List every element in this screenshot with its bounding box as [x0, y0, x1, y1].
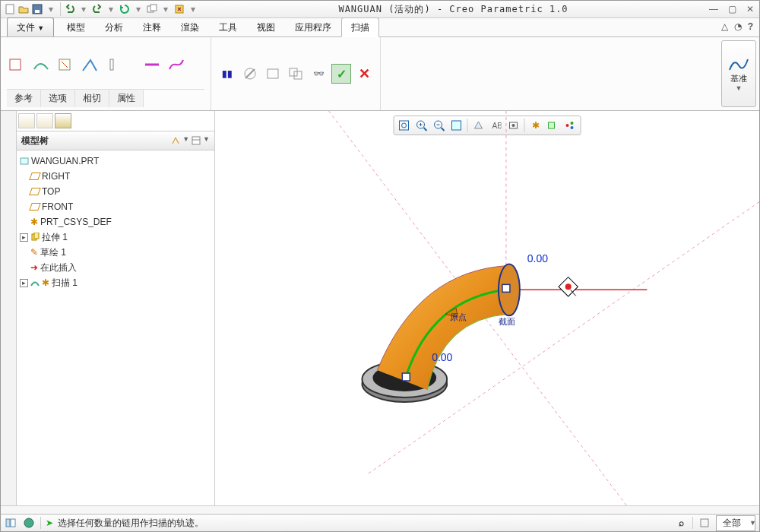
tree-sketch[interactable]: ✎草绘 1 [20, 245, 211, 260]
tree-root[interactable]: WANGUAN.PRT [20, 154, 211, 169]
tree-tab-favorites[interactable] [55, 113, 71, 128]
sub-tab-properties[interactable]: 属性 [109, 90, 144, 107]
save-icon[interactable] [31, 3, 43, 15]
tree-show-icon[interactable] [191, 135, 201, 146]
redo-icon[interactable] [91, 3, 103, 15]
solid-sweep-icon[interactable] [7, 55, 27, 74]
chevron-down-icon[interactable]: ▾ [105, 3, 117, 15]
model-tree-panel: 模型树 ▼ ▼ WANGUAN.PRT RIGHT TOP FRONT ✱PRT… [17, 111, 215, 505]
tree-datum-right[interactable]: RIGHT [20, 169, 211, 184]
viewport[interactable]: AB ✱ [215, 111, 759, 505]
canvas[interactable]: 0.00 0.00 原点 截面 [215, 111, 759, 505]
tree-extrude[interactable]: ▸拉伸 1 [20, 230, 211, 245]
browser-toggle-icon[interactable] [22, 516, 36, 530]
svg-rect-6 [10, 59, 21, 70]
svg-rect-17 [21, 158, 28, 164]
tab-sweep[interactable]: 扫描 [341, 17, 379, 37]
tab-render[interactable]: 渲染 [171, 17, 209, 36]
svg-rect-45 [502, 284, 510, 292]
chevron-down-icon[interactable]: ▼ [749, 519, 756, 527]
constant-section-icon[interactable] [142, 55, 162, 74]
svg-rect-49 [6, 519, 10, 527]
tab-analysis[interactable]: 分析 [95, 17, 133, 36]
windows-icon[interactable] [146, 3, 158, 15]
svg-rect-0 [6, 5, 14, 14]
sub-tab-references[interactable]: 参考 [7, 90, 41, 107]
no-preview-icon[interactable] [240, 64, 260, 84]
glasses-preview-icon[interactable]: 👓 [309, 64, 328, 84]
tree-toggle-icon[interactable] [4, 516, 17, 530]
tree-csys[interactable]: ✱PRT_CSYS_DEF [20, 214, 211, 230]
ribbon-tabs: 文件 ▼ 模型 分析 注释 渲染 工具 视图 应用程序 扫描 △ ◔ ? [1, 18, 759, 37]
tree-datum-top[interactable]: TOP [20, 184, 211, 199]
svg-rect-12 [268, 69, 278, 78]
navigator-column[interactable] [1, 111, 17, 505]
maximize-icon[interactable]: ▢ [726, 4, 738, 14]
tree-root-label: WANGUAN.PRT [31, 154, 99, 168]
svg-rect-13 [290, 68, 297, 76]
tree-tab-model[interactable] [18, 113, 35, 128]
pause-icon[interactable]: ▮▮ [217, 64, 237, 84]
tree-insert-here[interactable]: ➜在此插入 [20, 260, 211, 275]
chevron-down-icon[interactable]: ▾ [187, 3, 199, 15]
datum-plane-icon [29, 203, 41, 211]
datum-panel[interactable]: 基准 ▼ [721, 40, 756, 107]
tab-file[interactable]: 文件 ▼ [7, 17, 54, 36]
window-controls: — ▢ ✕ [708, 4, 756, 14]
sub-tab-tangency[interactable]: 相切 [75, 90, 109, 107]
origin-label: 原点 [450, 312, 467, 321]
svg-point-51 [24, 518, 33, 527]
find-icon[interactable]: ⌕ [674, 516, 688, 530]
svg-rect-14 [294, 71, 302, 79]
tab-tools[interactable]: 工具 [209, 17, 247, 36]
remove-material-icon[interactable] [80, 55, 100, 74]
help-icon[interactable]: ? [748, 21, 753, 32]
sweep-feature-icon [30, 278, 40, 287]
expand-icon[interactable]: ▸ [20, 233, 28, 242]
chevron-down-icon[interactable]: ▾ [132, 3, 144, 15]
tree-header: 模型树 ▼ ▼ [17, 131, 214, 150]
thin-icon[interactable] [104, 55, 124, 74]
tree-item-label: FRONT [42, 200, 73, 214]
chevron-down-icon[interactable]: ▼ [203, 135, 210, 146]
tab-file-label: 文件 [17, 22, 35, 33]
chevron-down-icon[interactable]: ▾ [160, 3, 172, 15]
chevron-down-icon[interactable]: ▾ [78, 3, 90, 15]
sub-tab-options[interactable]: 选项 [41, 90, 75, 107]
svg-rect-4 [150, 5, 157, 11]
tree-item-label: TOP [42, 185, 60, 198]
tree-datum-front[interactable]: FRONT [20, 199, 211, 214]
unattached-preview-icon[interactable] [286, 64, 306, 84]
selection-buffer-icon[interactable] [698, 516, 711, 530]
apply-icon[interactable]: ✓ [331, 64, 351, 84]
new-icon[interactable] [4, 3, 16, 15]
tree-item-label: 在此插入 [40, 261, 77, 274]
open-icon[interactable] [17, 3, 30, 15]
tab-view[interactable]: 视图 [247, 17, 285, 36]
close-window-icon[interactable] [173, 3, 185, 15]
cancel-icon[interactable]: ✕ [354, 64, 374, 84]
tab-annotate[interactable]: 注释 [133, 17, 171, 36]
sketch-section-icon[interactable] [55, 55, 75, 74]
tab-applications[interactable]: 应用程序 [285, 17, 341, 36]
undo-icon[interactable] [64, 3, 76, 15]
sash[interactable] [1, 505, 759, 514]
datum-plane-icon [29, 173, 41, 180]
tree-item-label: 扫描 1 [52, 276, 78, 290]
chevron-down-icon[interactable]: ▾ [45, 3, 57, 15]
tree-sweep[interactable]: ▸✱扫描 1 [20, 275, 211, 290]
attached-preview-icon[interactable] [263, 64, 283, 84]
regenerate-icon[interactable] [119, 3, 131, 15]
minimize-icon[interactable]: — [708, 4, 720, 14]
close-icon[interactable]: ✕ [744, 4, 756, 14]
variable-section-icon[interactable] [166, 55, 186, 74]
expand-icon[interactable]: ▸ [20, 279, 28, 287]
tree-item-label: RIGHT [42, 169, 70, 183]
surface-sweep-icon[interactable] [31, 55, 51, 74]
tab-model[interactable]: 模型 [57, 17, 95, 36]
collapse-ribbon-icon[interactable]: △ [721, 21, 728, 32]
chevron-down-icon[interactable]: ▼ [182, 135, 189, 146]
tree-tab-folder[interactable] [36, 113, 53, 128]
resource-center-icon[interactable]: ◔ [734, 21, 742, 32]
tree-settings-icon[interactable] [170, 135, 181, 146]
